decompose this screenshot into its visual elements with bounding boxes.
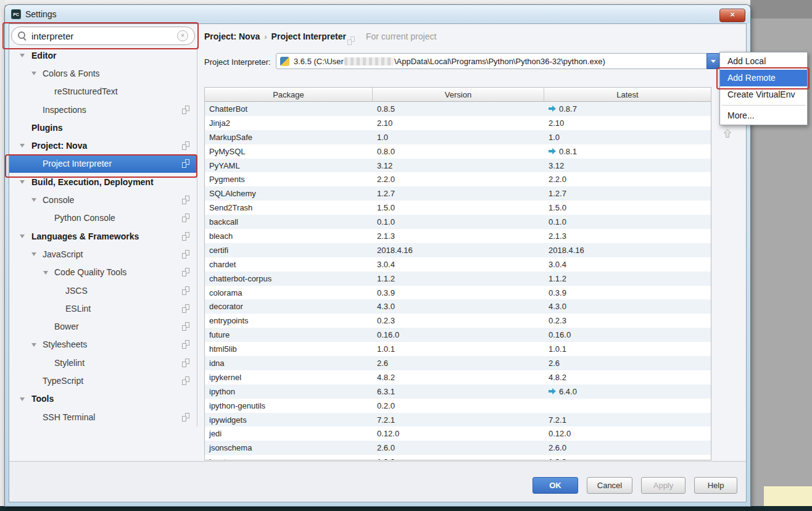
- tree-expand-icon[interactable]: [31, 252, 36, 256]
- tree-expand-icon[interactable]: [20, 397, 25, 401]
- search-input[interactable]: interpreter ×: [11, 27, 195, 45]
- package-name: colorama: [205, 288, 373, 297]
- sidebar-item-python-console[interactable]: Python Console: [9, 209, 197, 227]
- column-header-package[interactable]: Package: [205, 88, 373, 101]
- package-row-jedi[interactable]: jedi0.12.00.12.0: [205, 426, 711, 441]
- sidebar-item-project-nova[interactable]: Project: Nova: [9, 136, 197, 154]
- latest-value: 1.2.7: [549, 189, 566, 198]
- interpreter-dropdown-icon[interactable]: [706, 53, 720, 69]
- package-row-bleach[interactable]: bleach2.1.32.1.3: [205, 229, 711, 243]
- package-name: backcall: [205, 217, 373, 226]
- interpreter-select[interactable]: 3.6.5 (C:\User \AppData\Local\Programs\P…: [276, 53, 720, 69]
- search-value: interpreter: [31, 31, 73, 41]
- latest-value: 2018.4.16: [549, 246, 584, 255]
- sidebar-item-restructuredtext[interactable]: reStructuredText: [9, 83, 197, 101]
- tree-expand-icon[interactable]: [20, 180, 25, 184]
- package-row-future[interactable]: future0.16.00.16.0: [205, 328, 711, 342]
- menu-item-create-virtualenv[interactable]: Create VirtualEnv: [720, 86, 807, 103]
- latest-value: 0.12.0: [549, 429, 571, 438]
- sidebar-item-console[interactable]: Console: [9, 191, 197, 209]
- tree-expand-icon[interactable]: [31, 343, 36, 347]
- sidebar-item-inspections[interactable]: Inspections: [9, 101, 197, 118]
- tree-expand-icon[interactable]: [43, 271, 48, 275]
- settings-tree: EditorColors & FontsreStructuredTextInsp…: [9, 46, 197, 426]
- sidebar-item-project-interpreter[interactable]: Project Interpreter: [9, 155, 197, 173]
- sidebar-item-eslint[interactable]: ESLint: [9, 299, 197, 317]
- sidebar-item-javascript[interactable]: JavaScript: [9, 245, 197, 263]
- upgrade-packages-button[interactable]: [720, 126, 735, 141]
- latest-value: 0.8.1: [559, 147, 577, 156]
- package-row-chardet[interactable]: chardet3.0.43.0.4: [205, 257, 711, 272]
- package-latest: 2.6: [544, 359, 711, 368]
- package-version: 2.2.0: [373, 175, 544, 184]
- sidebar-item-label: ESLint: [65, 304, 91, 314]
- sidebar-item-label: Editor: [31, 51, 56, 60]
- package-row-pygments[interactable]: Pygments2.2.02.2.0: [205, 172, 711, 186]
- sidebar-item-stylelint[interactable]: Stylelint: [9, 354, 197, 372]
- package-row-chatterbot[interactable]: ChatterBot0.8.50.8.7: [205, 102, 711, 116]
- close-button[interactable]: ×: [719, 9, 745, 22]
- package-row-ipykernel[interactable]: ipykernel4.8.24.8.2: [205, 370, 711, 384]
- package-row-markupsafe[interactable]: MarkupSafe1.01.0: [205, 130, 711, 144]
- package-latest: 0.8.7: [544, 104, 711, 114]
- sidebar-item-typescript[interactable]: TypeScript: [9, 372, 197, 389]
- package-row-ipywidgets[interactable]: ipywidgets7.2.17.2.1: [205, 413, 711, 427]
- titlebar[interactable]: PC Settings ×: [5, 5, 750, 23]
- menu-item-add-local[interactable]: Add Local: [720, 53, 807, 70]
- sidebar-item-editor[interactable]: Editor: [9, 46, 197, 64]
- sidebar-item-code-quality-tools[interactable]: Code Quality Tools: [9, 264, 197, 281]
- column-header-version[interactable]: Version: [373, 88, 544, 101]
- tree-expand-icon[interactable]: [31, 72, 36, 75]
- sidebar-item-languages-frameworks[interactable]: Languages & Frameworks: [9, 227, 197, 245]
- package-name: PyYAML: [205, 161, 373, 170]
- package-row-pymysql[interactable]: PyMySQL0.8.00.8.1: [205, 144, 711, 159]
- package-latest: 1.0.0: [544, 457, 711, 460]
- sidebar-item-plugins[interactable]: Plugins: [9, 118, 197, 136]
- sidebar-item-label: Python Console: [54, 213, 115, 223]
- package-row-jsonschema[interactable]: jsonschema2.6.02.6.0: [205, 441, 711, 455]
- clear-search-icon[interactable]: ×: [177, 30, 188, 41]
- package-row-sqlalchemy[interactable]: SQLAlchemy1.2.71.2.7: [205, 186, 711, 201]
- copy-icon: [182, 376, 189, 385]
- package-row-entrypoints[interactable]: entrypoints0.2.30.2.3: [205, 314, 711, 328]
- cancel-button[interactable]: Cancel: [587, 477, 632, 494]
- package-latest: 2.1.3: [544, 231, 711, 241]
- package-row-send2trash[interactable]: Send2Trash1.5.01.5.0: [205, 201, 711, 215]
- column-header-latest[interactable]: Latest: [544, 88, 711, 101]
- latest-value: 0.3.9: [549, 288, 566, 297]
- tree-expand-icon[interactable]: [20, 54, 25, 57]
- tree-expand-icon[interactable]: [20, 144, 25, 147]
- package-row-jupyter[interactable]: jupyter1.0.01.0.0: [205, 455, 711, 460]
- copy-icon: [182, 196, 189, 204]
- breadcrumb-project[interactable]: Project: Nova: [204, 31, 260, 41]
- package-name: ipykernel: [205, 373, 373, 382]
- menu-item-more[interactable]: More...: [720, 107, 807, 124]
- sidebar-item-jscs[interactable]: JSCS: [9, 281, 197, 299]
- copy-icon: [182, 340, 189, 349]
- package-row-decorator[interactable]: decorator4.3.04.3.0: [205, 299, 711, 314]
- sidebar-item-build-execution-deployment[interactable]: Build, Execution, Deployment: [9, 173, 197, 191]
- package-row-certifi[interactable]: certifi2018.4.162018.4.16: [205, 243, 711, 257]
- sidebar-item-stylesheets[interactable]: Stylesheets: [9, 336, 197, 354]
- sidebar-item-ssh-terminal[interactable]: SSH Terminal: [9, 408, 197, 426]
- sidebar-item-colors-fonts[interactable]: Colors & Fonts: [9, 64, 197, 82]
- package-row-jinja2[interactable]: Jinja22.102.10: [205, 116, 711, 130]
- sidebar-item-bower[interactable]: Bower: [9, 317, 197, 335]
- help-button[interactable]: Help: [694, 477, 737, 494]
- tree-expand-icon[interactable]: [31, 198, 36, 202]
- tree-expand-icon[interactable]: [20, 235, 25, 238]
- apply-button[interactable]: Apply: [641, 477, 686, 494]
- package-row-idna[interactable]: idna2.62.6: [205, 356, 711, 370]
- ok-button[interactable]: OK: [532, 477, 578, 494]
- menu-item-add-remote[interactable]: Add Remote: [720, 70, 807, 86]
- package-row-colorama[interactable]: colorama0.3.90.3.9: [205, 286, 711, 300]
- package-row-html5lib[interactable]: html5lib1.0.11.0.1: [205, 342, 711, 356]
- copy-icon: [182, 322, 189, 331]
- copy-icon: [182, 232, 189, 241]
- package-row-pyyaml[interactable]: PyYAML3.123.12: [205, 159, 711, 173]
- sidebar-item-tools[interactable]: Tools: [9, 390, 197, 408]
- package-row-backcall[interactable]: backcall0.1.00.1.0: [205, 215, 711, 229]
- package-row-ipython-genutils[interactable]: ipython-genutils0.2.0: [205, 399, 711, 413]
- package-row-chatterbot-corpus[interactable]: chatterbot-corpus1.1.21.1.2: [205, 272, 711, 286]
- package-row-ipython[interactable]: ipython6.3.16.4.0: [205, 384, 711, 399]
